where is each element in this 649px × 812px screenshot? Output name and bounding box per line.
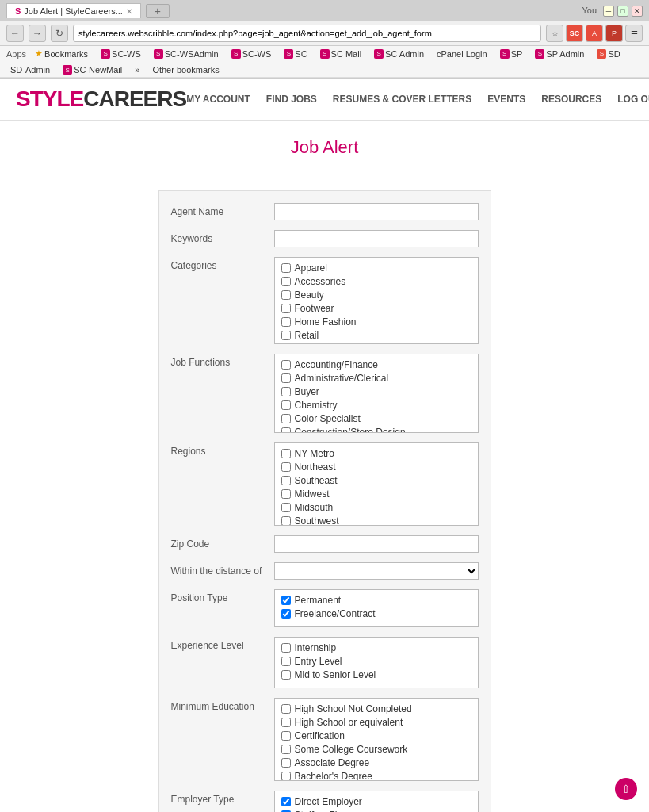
edu-some-college-label: Some College Coursework — [295, 744, 408, 755]
site-logo[interactable]: STYLE CAREERS — [16, 86, 186, 112]
within-distance-select[interactable]: 10 miles 25 miles 50 miles 100 miles — [274, 562, 479, 580]
jf-accounting-checkbox[interactable] — [281, 360, 291, 370]
list-item: Southeast — [281, 475, 471, 486]
category-beauty-checkbox[interactable] — [281, 290, 291, 300]
list-item: Northeast — [281, 462, 471, 473]
jf-chemistry-checkbox[interactable] — [281, 400, 291, 410]
nav-resources[interactable]: RESOURCES — [541, 94, 601, 105]
region-southeast-checkbox[interactable] — [281, 476, 291, 485]
edu-certification-checkbox[interactable] — [281, 731, 291, 741]
bookmark-sc-ws2[interactable]: S SC-WS — [227, 48, 276, 59]
list-item: Mid to Senior Level — [281, 669, 471, 680]
zip-code-input[interactable] — [274, 535, 479, 553]
bookmark-sp[interactable]: S SP — [496, 48, 527, 59]
nav-find-jobs[interactable]: FIND JOBS — [266, 94, 317, 105]
employer-direct-checkbox[interactable] — [281, 797, 291, 806]
browser-chrome: S Job Alert | StyleCareers... ✕ + You ─ … — [0, 0, 649, 79]
nav-resumes[interactable]: RESUMES & COVER LETTERS — [333, 94, 471, 105]
page-title: Job Alert — [16, 137, 633, 158]
list-item: Direct Employer — [281, 796, 471, 807]
edu-associate-checkbox[interactable] — [281, 758, 291, 768]
menu-icon[interactable]: ☰ — [625, 25, 643, 42]
position-type-list: Permanent Freelance/Contract — [274, 589, 479, 627]
edu-hs-equivalent-checkbox[interactable] — [281, 718, 291, 727]
bookmark-sc-wsadmin[interactable]: S SC-WSAdmin — [150, 48, 223, 59]
star-icon[interactable]: ☆ — [546, 25, 563, 42]
bookmark-sc[interactable]: S SC — [280, 48, 311, 59]
bookmark-more[interactable]: » — [131, 64, 143, 75]
logo-careers: CAREERS — [83, 86, 186, 112]
extension-icon2[interactable]: A — [586, 25, 603, 42]
browser-tab[interactable]: S Job Alert | StyleCareers... ✕ — [6, 3, 141, 18]
edu-some-college-checkbox[interactable] — [281, 745, 291, 754]
nav-events[interactable]: EVENTS — [487, 94, 525, 105]
list-item: Southwest — [281, 515, 471, 526]
bookmark-sc-newmail[interactable]: S SC-NewMail — [59, 64, 126, 75]
apps-label[interactable]: Apps — [6, 49, 26, 59]
jf-admin-checkbox[interactable] — [281, 373, 291, 383]
jf-buyer-checkbox[interactable] — [281, 387, 291, 396]
bookmark-sc-ws[interactable]: S SC-WS — [97, 48, 145, 59]
edu-bachelor-checkbox[interactable] — [281, 772, 291, 781]
category-accessories-checkbox[interactable] — [281, 277, 291, 286]
position-type-row: Position Type Permanent Freelance/Contra… — [171, 589, 479, 627]
within-distance-row: Within the distance of 10 miles 25 miles… — [171, 562, 479, 580]
category-home-fashion-checkbox[interactable] — [281, 317, 291, 327]
position-freelance-checkbox[interactable] — [281, 609, 291, 619]
region-midsouth-checkbox[interactable] — [281, 503, 291, 512]
position-permanent-checkbox[interactable] — [281, 596, 291, 605]
reload-button[interactable]: ↻ — [51, 25, 68, 42]
bookmark-other[interactable]: Other bookmarks — [148, 64, 223, 75]
scroll-top-button[interactable]: ⇧ — [615, 778, 637, 800]
list-item: Retail — [281, 330, 471, 341]
back-button[interactable]: ← — [6, 25, 24, 42]
exp-internship-checkbox[interactable] — [281, 643, 291, 653]
extension-icon1[interactable]: SC — [566, 25, 583, 42]
agent-name-input[interactable] — [274, 203, 479, 220]
close-button[interactable]: ✕ — [632, 6, 643, 17]
minimize-button[interactable]: ─ — [603, 6, 614, 17]
bookmark-sc-mail[interactable]: S SC Mail — [316, 48, 366, 59]
keywords-row: Keywords — [171, 230, 479, 247]
nav-my-account[interactable]: MY ACCOUNT — [186, 94, 250, 105]
exp-entry-level-checkbox[interactable] — [281, 657, 291, 666]
list-item: Buyer — [281, 386, 471, 397]
exp-entry-level-label: Entry Level — [295, 656, 342, 667]
bookmark-bookmarks[interactable]: ★ Bookmarks — [31, 48, 92, 59]
region-northeast-checkbox[interactable] — [281, 462, 291, 472]
extension-icon3[interactable]: P — [605, 25, 623, 42]
region-ny-metro-checkbox[interactable] — [281, 449, 291, 458]
category-footwear-checkbox[interactable] — [281, 304, 291, 313]
bookmark-sc-admin[interactable]: S SC Admin — [370, 48, 428, 59]
region-southwest-checkbox[interactable] — [281, 516, 291, 526]
keywords-field — [274, 230, 479, 247]
exp-mid-senior-checkbox[interactable] — [281, 670, 291, 680]
nav-logout[interactable]: LOG OUT — [617, 94, 649, 105]
forward-button[interactable]: → — [29, 25, 46, 42]
category-textiles-label: Textiles — [295, 343, 326, 344]
jf-construction-checkbox[interactable] — [281, 427, 291, 433]
bookmark-sd[interactable]: S SD — [593, 48, 624, 59]
jf-color-specialist-checkbox[interactable] — [281, 414, 291, 423]
job-functions-list: Accounting/Finance Administrative/Cleric… — [274, 354, 479, 433]
bookmark-cpanel[interactable]: cPanel Login — [433, 48, 491, 59]
bookmark-sp-admin[interactable]: S SP Admin — [531, 48, 588, 59]
list-item: Textiles — [281, 343, 471, 344]
tab-close-icon[interactable]: ✕ — [126, 7, 132, 16]
list-item: Beauty — [281, 289, 471, 301]
bookmark-sd-admin[interactable]: SD-Admin — [6, 64, 54, 75]
address-bar[interactable] — [73, 25, 541, 42]
category-accessories-label: Accessories — [295, 276, 346, 287]
jf-construction-label: Construction/Store Design — [295, 427, 406, 433]
category-apparel-checkbox[interactable] — [281, 263, 291, 273]
maximize-button[interactable]: □ — [617, 6, 628, 17]
list-item: Bachelor's Degree — [281, 771, 471, 781]
form-container: Agent Name Keywords Categories — [158, 190, 491, 812]
new-tab-button[interactable]: + — [146, 4, 170, 18]
edu-hs-not-completed-checkbox[interactable] — [281, 704, 291, 714]
region-southwest-label: Southwest — [295, 515, 339, 526]
category-retail-checkbox[interactable] — [281, 331, 291, 340]
jf-chemistry-label: Chemistry — [295, 400, 338, 411]
region-midwest-checkbox[interactable] — [281, 489, 291, 499]
keywords-input[interactable] — [274, 230, 479, 247]
